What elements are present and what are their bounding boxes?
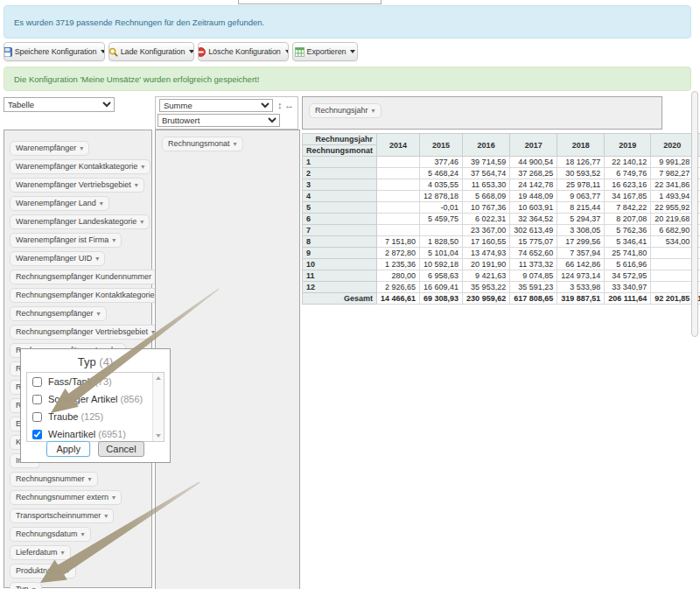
field-pill[interactable]: Warenempfänger▾ xyxy=(10,141,89,156)
value-cell: 1 493,94 xyxy=(651,191,694,202)
field-dropdown-triangle-icon[interactable]: ▾ xyxy=(112,494,116,501)
field-pill[interactable]: Warenempfänger Kontaktkategorie▾ xyxy=(10,159,150,174)
value-cell: 92 201,85 xyxy=(651,293,694,305)
field-pill[interactable]: Lieferdatum▾ xyxy=(10,545,71,560)
value-cell: 30 593,52 xyxy=(557,168,605,179)
delete-button-label: Lösche Konfiguration xyxy=(208,47,281,56)
value-cell: 33 340,97 xyxy=(605,282,651,293)
field-dropdown-triangle-icon[interactable]: ▾ xyxy=(372,107,375,115)
field-dropdown-triangle-icon[interactable]: ▾ xyxy=(88,475,92,483)
page-scrollbar[interactable] xyxy=(691,91,698,337)
field-pill[interactable]: Rechnungsempfänger Kontaktkategorie▾ xyxy=(10,288,168,303)
success-alert-text: Die Konfiguration 'Meine Umsätze' wurden… xyxy=(14,74,259,84)
row-fields-dropzone[interactable]: Rechnungsmonat▾ xyxy=(155,130,300,589)
filter-value-checkbox[interactable] xyxy=(32,412,42,422)
filter-value-label: Traube xyxy=(48,411,78,422)
export-button[interactable]: Exportieren xyxy=(292,42,358,61)
caret-down-icon xyxy=(189,50,194,53)
value-cell: 5 762,36 xyxy=(605,225,651,236)
value-cell: 20 191,90 xyxy=(463,259,510,270)
field-pill[interactable]: Warenempfänger Landeskategorie▾ xyxy=(10,214,150,229)
unused-field-item: Rechnungsempfänger Kundennummer▾ xyxy=(10,267,151,281)
field-pill[interactable]: Warenempfänger Vertriebsgebiet▾ xyxy=(10,178,144,193)
field-pill[interactable]: Rechnungsempfänger Vertriebsgebiet▾ xyxy=(10,325,161,340)
field-pill[interactable]: Typ▾ xyxy=(10,582,42,589)
filter-value-label: Fass/Tank xyxy=(48,376,92,387)
field-dropdown-triangle-icon[interactable]: ▾ xyxy=(141,163,144,171)
aggregator-select[interactable]: Summe xyxy=(159,99,273,112)
value-cell: 206 111,64 xyxy=(605,293,651,305)
filter-value-checkbox[interactable] xyxy=(32,430,42,439)
value-cell: 13 474,93 xyxy=(463,248,510,259)
value-cell xyxy=(377,157,420,168)
filter-value-checkbox[interactable] xyxy=(32,377,42,387)
value-cell: 18 126,77 xyxy=(557,157,605,168)
col-axis-label: Rechnungsjahr xyxy=(303,134,377,145)
field-dropdown-triangle-icon[interactable]: ▾ xyxy=(32,585,36,589)
field-dropdown-triangle-icon[interactable]: ▾ xyxy=(61,549,65,557)
apply-button[interactable]: Apply xyxy=(46,441,90,457)
value-cell: 230 959,62 xyxy=(463,293,510,305)
value-cell: 8 215,44 xyxy=(557,202,605,214)
value-cell: 6 682,90 xyxy=(651,225,694,236)
row-label: 5 xyxy=(303,202,377,214)
value-cell: 22 140,12 xyxy=(605,157,651,168)
field-dropdown-triangle-icon[interactable]: ▾ xyxy=(135,181,138,189)
value-cell: 534,00 xyxy=(651,236,694,248)
field-pill[interactable]: Warenempfänger UID▾ xyxy=(10,251,105,266)
value-cell xyxy=(651,248,694,259)
field-dropdown-triangle-icon[interactable]: ▾ xyxy=(112,236,116,244)
scroll-down-icon[interactable] xyxy=(156,434,161,438)
field-pill[interactable]: Produktname▾ xyxy=(10,564,76,578)
value-cell: 7 151,80 xyxy=(377,236,420,248)
field-pill[interactable]: Rechnungsdatum▾ xyxy=(10,527,91,542)
export-icon xyxy=(295,47,304,57)
table-row: 1377,4639 714,5944 900,5418 126,7722 140… xyxy=(303,157,700,168)
col-order-toggle[interactable]: ↔ xyxy=(284,99,294,112)
filter-list-scrollbar[interactable] xyxy=(152,373,164,441)
value-cell: 25 741,80 xyxy=(605,248,651,259)
column-fields-dropzone[interactable]: Rechnungsjahr▾ xyxy=(302,96,662,130)
field-dropdown-triangle-icon[interactable]: ▾ xyxy=(80,144,83,152)
field-dropdown-triangle-icon[interactable]: ▾ xyxy=(81,530,85,538)
field-pill[interactable]: Transportscheinnummer▾ xyxy=(10,508,114,523)
cancel-button[interactable]: Cancel xyxy=(98,441,144,457)
field-pill[interactable]: Warenempfänger ist Firma▾ xyxy=(10,233,122,248)
value-select[interactable]: Bruttowert xyxy=(158,114,280,127)
field-pill[interactable]: Rechnungsnummer▾ xyxy=(10,472,98,487)
load-configuration-button[interactable]: Lade Konfiguration xyxy=(108,42,194,61)
field-dropdown-triangle-icon[interactable]: ▾ xyxy=(104,512,108,520)
value-cell: 14 466,61 xyxy=(377,293,420,305)
value-cell: 8 207,08 xyxy=(605,214,651,225)
field-dropdown-triangle-icon[interactable]: ▾ xyxy=(95,255,99,263)
field-pill[interactable]: Rechnungsempfänger▾ xyxy=(10,306,107,321)
renderer-select[interactable]: Tabelle xyxy=(4,97,115,112)
filter-value-row: Fass/Tank(73) xyxy=(27,373,152,390)
field-dropdown-triangle-icon[interactable]: ▾ xyxy=(100,200,103,207)
field-pill-rechnungsmonat[interactable]: Rechnungsmonat▾ xyxy=(162,137,243,151)
save-configuration-button[interactable]: Speichere Konfiguration xyxy=(4,42,105,61)
field-dropdown-triangle-icon[interactable]: ▾ xyxy=(140,218,144,226)
field-dropdown-triangle-icon[interactable]: ▾ xyxy=(97,310,101,318)
value-cell: 11 373,32 xyxy=(510,259,557,270)
value-cell: 6 022,31 xyxy=(463,214,510,225)
total-row-label: Gesamt xyxy=(303,293,377,305)
unused-field-item: Rechnungsempfänger Kontaktkategorie▾ xyxy=(10,285,151,299)
cutoff-dropdown[interactable] xyxy=(238,0,382,4)
unused-field-item: Transportscheinnummer▾ xyxy=(10,506,151,520)
delete-configuration-button[interactable]: Lösche Konfiguration xyxy=(198,42,289,61)
value-cell: 319 887,51 xyxy=(557,293,605,305)
year-column-header: 2019 xyxy=(605,134,651,157)
field-pill[interactable]: Warenempfänger Land▾ xyxy=(10,196,109,211)
filter-value-checkbox[interactable] xyxy=(32,395,42,404)
field-pill[interactable]: Rechnungsempfänger Kundennummer▾ xyxy=(10,270,164,284)
field-pill-rechnungsjahr[interactable]: Rechnungsjahr▾ xyxy=(309,103,382,118)
row-order-toggle[interactable]: ↕ xyxy=(277,99,283,112)
field-dropdown-triangle-icon[interactable]: ▾ xyxy=(66,567,70,575)
table-row: 34 035,5511 653,3024 142,7825 978,1116 6… xyxy=(303,179,700,191)
scroll-up-icon[interactable] xyxy=(156,376,161,380)
field-dropdown-triangle-icon[interactable]: ▾ xyxy=(234,140,237,148)
filter-value-count: (856) xyxy=(120,394,143,404)
field-pill[interactable]: Rechnungsnummer extern▾ xyxy=(10,490,122,505)
value-cell: 5 294,37 xyxy=(557,214,605,225)
